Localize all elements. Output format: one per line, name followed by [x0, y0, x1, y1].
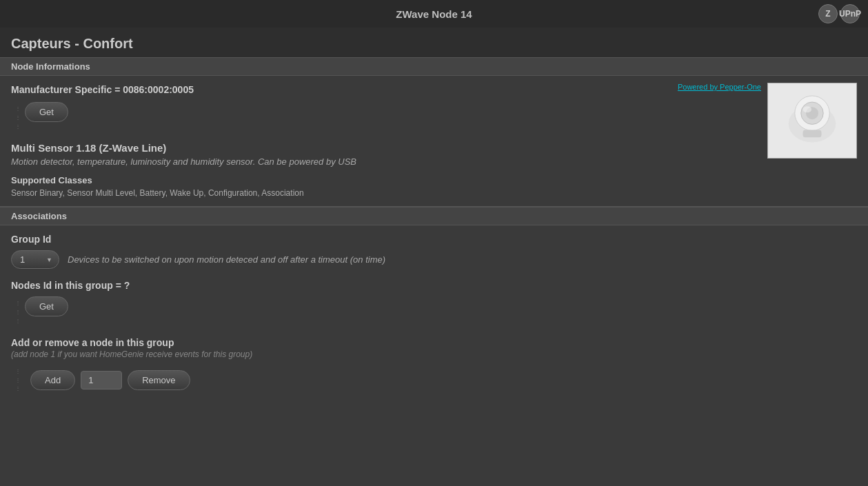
sensor-name: Multi Sensor 1.18 (Z-Wave Line) — [11, 142, 857, 154]
node-info-label: Node Informations — [11, 61, 90, 72]
supported-classes-value: Sensor Binary, Sensor Multi Level, Batte… — [11, 188, 857, 198]
title-icons: Z UPnP — [818, 4, 860, 23]
get-button-row: Get — [11, 102, 857, 134]
nodes-get-button-row: Get — [11, 296, 857, 328]
add-remove-hint: (add node 1 if you want HomeGenie receiv… — [11, 350, 857, 359]
add-remove-title: Add or remove a node in this group — [11, 337, 174, 348]
drag-handle-1 — [11, 102, 25, 134]
title-bar: ZWave Node 14 Z UPnP — [0, 0, 868, 28]
drag-handle-2 — [11, 296, 25, 328]
page-header: Capteurs - Confort — [0, 28, 868, 57]
remove-button[interactable]: Remove — [128, 370, 190, 390]
add-button[interactable]: Add — [30, 370, 75, 390]
nodes-get-button[interactable]: Get — [25, 296, 68, 316]
add-remove-row: Add Remove — [11, 365, 857, 396]
add-remove-label: Add or remove a node in this group — [11, 337, 857, 348]
upnp-icon[interactable]: UPnP — [840, 4, 860, 23]
group-id-select[interactable]: 1 2 3 — [11, 250, 59, 269]
node-info-section-header: Node Informations — [0, 57, 868, 76]
svg-point-5 — [803, 106, 812, 112]
group-description: Devices to be switched on upon motion de… — [68, 254, 385, 265]
window-title: ZWave Node 14 — [396, 8, 472, 20]
associations-label: Associations — [11, 211, 67, 221]
nodes-id-label: Nodes Id in this group = ? — [11, 280, 857, 291]
node-info-get-button[interactable]: Get — [25, 102, 68, 122]
manufacturer-value: Manufacturer Specific = 0086:0002:0005 — [11, 84, 194, 95]
node-info-content: Powered by Pepper-One Manufacturer Speci… — [0, 76, 868, 206]
associations-content: Group Id 1 2 3 Devices to be switched on… — [0, 225, 868, 405]
node-id-input[interactable] — [81, 371, 122, 389]
associations-section-header: Associations — [0, 207, 868, 225]
svg-rect-4 — [803, 130, 822, 138]
sensor-description: Motion detector, temperature, luminosity… — [11, 156, 857, 167]
z-icon[interactable]: Z — [818, 4, 838, 23]
group-select-wrapper: 1 2 3 — [11, 250, 59, 269]
powered-by-link[interactable]: Powered by Pepper-One — [678, 83, 761, 91]
group-id-row: 1 2 3 Devices to be switched on upon mot… — [11, 250, 857, 269]
product-image — [767, 83, 857, 159]
supported-classes-label: Supported Classes — [11, 175, 857, 185]
drag-handle-3 — [11, 365, 25, 396]
main-content: Capteurs - Confort Node Informations Pow… — [0, 28, 868, 486]
sensor-svg — [781, 90, 843, 152]
page-title: Capteurs - Confort — [11, 36, 133, 51]
group-id-label: Group Id — [11, 234, 857, 245]
